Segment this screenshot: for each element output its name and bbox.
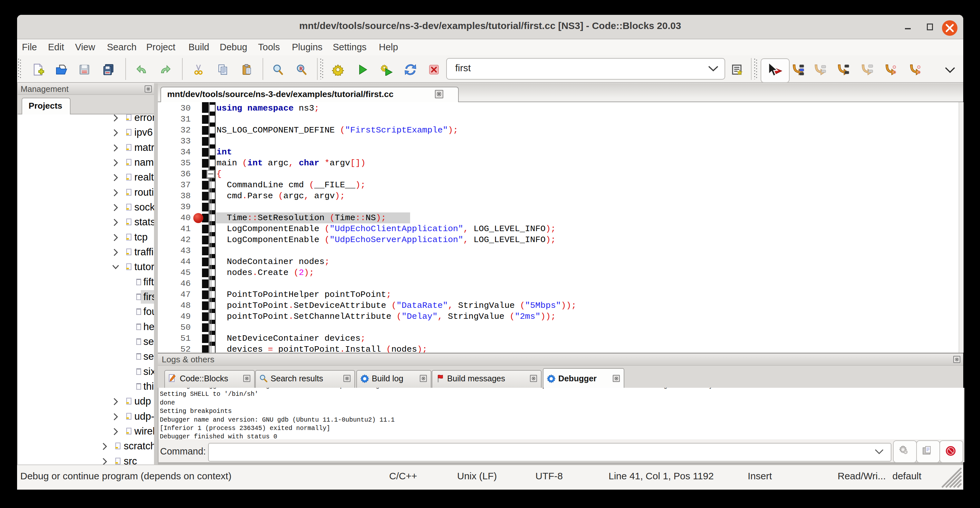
svg-text:R: R <box>299 66 303 71</box>
